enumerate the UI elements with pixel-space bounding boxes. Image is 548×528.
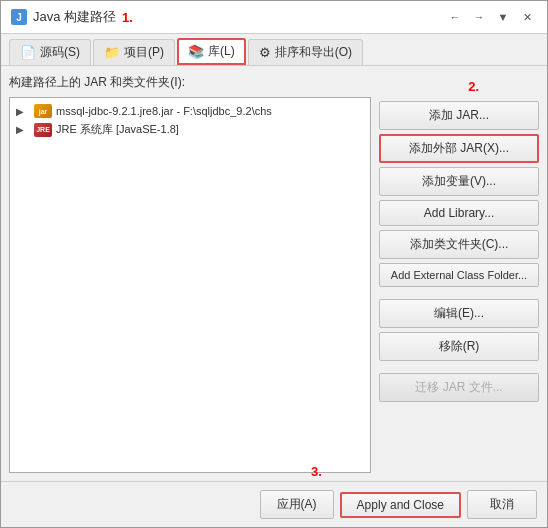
tab-source-label: 源码(S) [40, 44, 80, 61]
title-bar-left: J Java 构建路径 1. [11, 8, 133, 26]
tree-panel[interactable]: ▶ jar mssql-jdbc-9.2.1.jre8.jar - F:\sql… [9, 97, 371, 473]
dropdown-button[interactable]: ▼ [493, 7, 513, 27]
buttons-panel: 2. 添加 JAR... 添加外部 JAR(X)... 添加变量(V)... A… [379, 97, 539, 473]
label-3: 3. [311, 464, 322, 479]
tab-libraries[interactable]: 📚 库(L) [177, 38, 246, 65]
edit-button[interactable]: 编辑(E)... [379, 299, 539, 328]
close-button[interactable]: ✕ [517, 7, 537, 27]
title-bar-controls: ← → ▼ ✕ [445, 7, 537, 27]
tab-projects-label: 项目(P) [124, 44, 164, 61]
content-area: 构建路径上的 JAR 和类文件夹(I): ▶ jar mssql-jdbc-9.… [1, 66, 547, 481]
back-button[interactable]: ← [445, 7, 465, 27]
libraries-icon: 📚 [188, 44, 204, 59]
bottom-bar: 3. 应用(A) Apply and Close 取消 [1, 481, 547, 527]
add-variable-button[interactable]: 添加变量(V)... [379, 167, 539, 196]
content-label: 构建路径上的 JAR 和类文件夹(I): [9, 74, 539, 91]
java-icon: J [11, 9, 27, 25]
tab-order[interactable]: ⚙ 排序和导出(O) [248, 39, 363, 65]
dialog-title: Java 构建路径 [33, 8, 116, 26]
add-jar-button[interactable]: 添加 JAR... [379, 101, 539, 130]
tab-libraries-label: 库(L) [208, 43, 235, 60]
order-icon: ⚙ [259, 45, 271, 60]
expand-mssql[interactable]: ▶ [16, 106, 30, 117]
source-icon: 📄 [20, 45, 36, 60]
add-external-jar-button[interactable]: 添加外部 JAR(X)... [379, 134, 539, 163]
apply-close-button[interactable]: Apply and Close [340, 492, 461, 518]
tree-item-jre[interactable]: ▶ JRE JRE 系统库 [JavaSE-1.8] [14, 120, 366, 139]
tree-item-mssql[interactable]: ▶ jar mssql-jdbc-9.2.1.jre8.jar - F:\sql… [14, 102, 366, 120]
add-class-folder-button[interactable]: 添加类文件夹(C)... [379, 230, 539, 259]
tabs-bar: 📄 源码(S) 📁 项目(P) 📚 库(L) ⚙ 排序和导出(O) [1, 34, 547, 66]
jar-icon-mssql: jar [34, 104, 52, 118]
apply-button[interactable]: 应用(A) [260, 490, 334, 519]
remove-button[interactable]: 移除(R) [379, 332, 539, 361]
add-external-class-button[interactable]: Add External Class Folder... [379, 263, 539, 287]
tab-projects[interactable]: 📁 项目(P) [93, 39, 175, 65]
forward-button[interactable]: → [469, 7, 489, 27]
tree-label-jre: JRE 系统库 [JavaSE-1.8] [56, 122, 179, 137]
label-2: 2. [468, 79, 479, 94]
label-1: 1. [122, 10, 133, 25]
tab-order-label: 排序和导出(O) [275, 44, 352, 61]
jre-icon: JRE [34, 123, 52, 137]
tree-label-mssql: mssql-jdbc-9.2.1.jre8.jar - F:\sqljdbc_9… [56, 105, 272, 117]
cancel-button[interactable]: 取消 [467, 490, 537, 519]
tab-source[interactable]: 📄 源码(S) [9, 39, 91, 65]
title-bar: J Java 构建路径 1. ← → ▼ ✕ [1, 1, 547, 34]
projects-icon: 📁 [104, 45, 120, 60]
add-library-button[interactable]: Add Library... [379, 200, 539, 226]
main-panel: ▶ jar mssql-jdbc-9.2.1.jre8.jar - F:\sql… [9, 97, 539, 473]
migrate-jar-button[interactable]: 迁移 JAR 文件... [379, 373, 539, 402]
java-build-path-dialog: J Java 构建路径 1. ← → ▼ ✕ 📄 源码(S) 📁 项目(P) 📚… [0, 0, 548, 528]
expand-jre[interactable]: ▶ [16, 124, 30, 135]
